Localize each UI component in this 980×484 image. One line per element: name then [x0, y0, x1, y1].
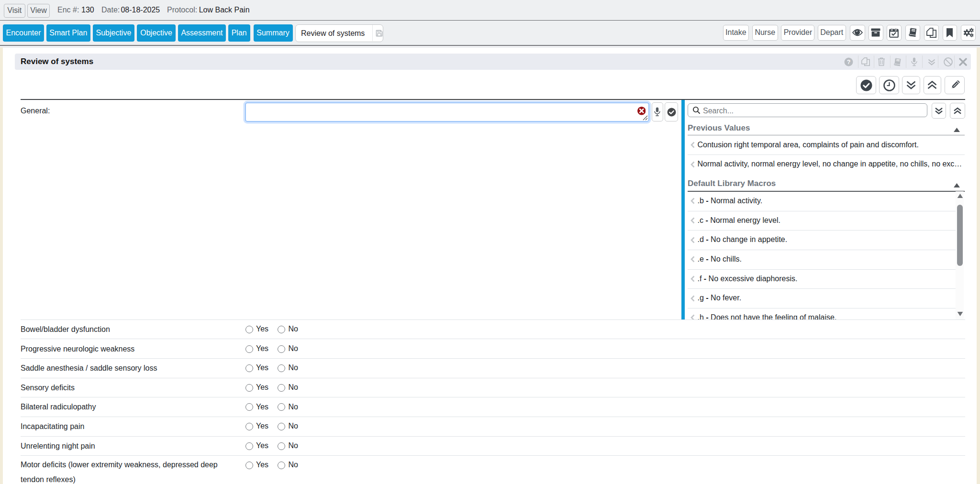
svg-text:?: ? — [847, 58, 851, 65]
